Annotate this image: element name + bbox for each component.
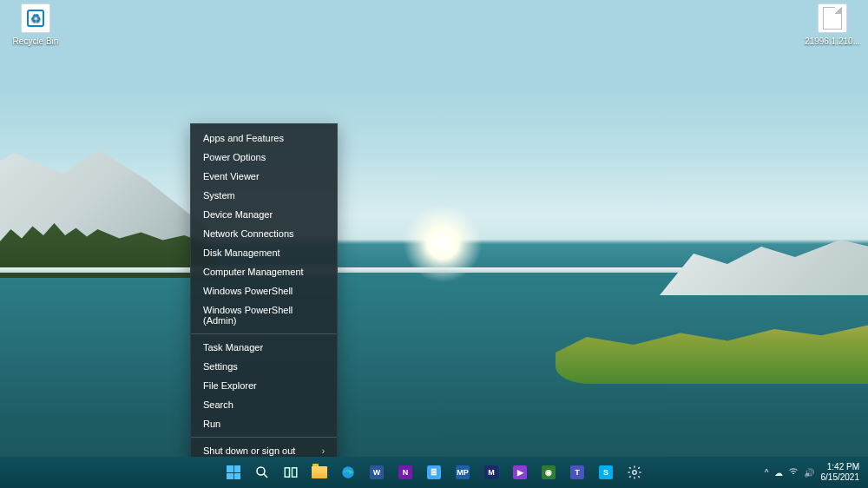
desktop[interactable]: Recycle Bin 21996.1.210... Apps and Feat… — [0, 0, 868, 488]
recycle-bin-icon — [21, 3, 50, 33]
desktop-icon-file[interactable]: 21996.1.210... — [800, 3, 865, 46]
winx-item-system[interactable]: System — [191, 186, 337, 205]
globe-app-icon: ◉ — [542, 465, 556, 479]
system-tray: ^ ☁ 🔊 — [765, 466, 814, 478]
winx-item-task-manager[interactable]: Task Manager — [191, 338, 337, 357]
winx-item-label: Search — [203, 399, 233, 410]
winx-item-label: Event Viewer — [203, 171, 260, 181]
clock-time: 1:42 PM — [821, 462, 860, 472]
taskbar-teams[interactable]: T — [565, 460, 589, 485]
taskbar-mixer[interactable]: M — [479, 460, 503, 485]
skype-icon: S — [599, 465, 613, 479]
desktop-icon-label: Recycle Bin — [3, 36, 68, 46]
winx-item-label: Settings — [203, 361, 238, 372]
taskbar-center: WN≣MPM▶◉TS — [221, 460, 647, 485]
winx-item-label: Computer Management — [203, 267, 304, 277]
wallpaper-mountain-right — [660, 226, 868, 295]
svg-point-5 — [633, 471, 637, 475]
volume-icon[interactable]: 🔊 — [804, 468, 814, 478]
taskbar-globe-app[interactable]: ◉ — [536, 460, 561, 485]
winx-item-computer-management[interactable]: Computer Management — [191, 262, 337, 281]
mixer-icon: M — [484, 465, 498, 479]
gear-icon — [627, 465, 642, 480]
winx-item-label: Device Manager — [203, 209, 273, 220]
onedrive-icon[interactable]: ☁ — [774, 468, 783, 478]
word-icon: W — [370, 465, 384, 479]
menu-separator — [191, 333, 337, 334]
taskbar-edge[interactable] — [336, 460, 360, 485]
winx-item-label: Disk Management — [203, 247, 280, 258]
task-view-icon — [283, 465, 299, 480]
clock-date: 6/15/2021 — [821, 472, 860, 483]
winx-item-label: Network Connections — [203, 228, 294, 239]
winx-item-device-manager[interactable]: Device Manager — [191, 205, 337, 224]
mp-app-icon: MP — [456, 465, 470, 479]
winx-item-label: Shut down or sign out — [203, 445, 295, 456]
network-icon[interactable] — [788, 466, 799, 478]
svg-point-0 — [257, 467, 265, 475]
teams-icon: T — [570, 465, 584, 479]
winx-item-apps-and-features[interactable]: Apps and Features — [191, 129, 337, 148]
wallpaper-grass — [556, 306, 868, 384]
taskbar-notepad[interactable]: ≣ — [422, 460, 446, 485]
winx-item-label: Windows PowerShell — [203, 286, 293, 296]
search-icon — [254, 465, 270, 480]
chevron-right-icon: › — [322, 446, 325, 456]
winx-item-settings[interactable]: Settings — [191, 357, 337, 376]
winx-item-label: Power Options — [203, 152, 266, 162]
winx-item-windows-powershell-admin-[interactable]: Windows PowerShell (Admin) — [191, 300, 337, 330]
notepad-icon: ≣ — [427, 465, 441, 479]
taskbar-task-view[interactable] — [279, 460, 303, 485]
taskbar-right: ^ ☁ 🔊 1:42 PM 6/15/2021 — [765, 462, 863, 483]
taskbar-clock[interactable]: 1:42 PM 6/15/2021 — [821, 462, 864, 483]
winx-item-windows-powershell[interactable]: Windows PowerShell — [191, 281, 337, 300]
tray-chevron-icon[interactable]: ^ — [765, 468, 769, 478]
winx-item-label: Task Manager — [203, 342, 263, 353]
taskbar-word[interactable]: W — [365, 460, 389, 485]
winx-item-label: Apps and Features — [203, 133, 284, 143]
winx-item-label: Run — [203, 419, 220, 429]
desktop-icon-recycle-bin[interactable]: Recycle Bin — [3, 3, 68, 46]
taskbar-skype[interactable]: S — [594, 460, 618, 485]
taskbar-search[interactable] — [250, 460, 274, 485]
winx-item-power-options[interactable]: Power Options — [191, 148, 337, 167]
taskbar-media[interactable]: ▶ — [508, 460, 532, 485]
desktop-icon-label: 21996.1.210... — [800, 36, 865, 46]
taskbar-start[interactable] — [221, 460, 246, 485]
winx-context-menu: Apps and FeaturesPower OptionsEvent View… — [190, 123, 338, 485]
svg-line-1 — [264, 474, 267, 478]
taskbar-mp-app[interactable]: MP — [450, 460, 475, 485]
winx-item-search[interactable]: Search — [191, 395, 337, 414]
taskbar-onenote[interactable]: N — [393, 460, 418, 485]
winx-item-event-viewer[interactable]: Event Viewer — [191, 167, 337, 186]
winx-item-label: Windows PowerShell (Admin) — [203, 305, 325, 326]
winx-item-file-explorer[interactable]: File Explorer — [191, 376, 337, 395]
windows-logo-icon — [227, 465, 240, 479]
taskbar-settings[interactable] — [622, 460, 647, 485]
file-icon — [818, 3, 847, 33]
svg-rect-3 — [293, 468, 297, 478]
menu-separator — [191, 437, 337, 438]
winx-item-label: System — [203, 190, 235, 201]
edge-icon — [340, 465, 356, 480]
winx-item-disk-management[interactable]: Disk Management — [191, 243, 337, 262]
taskbar: WN≣MPM▶◉TS ^ ☁ 🔊 1:42 PM 6/15/2021 — [0, 457, 868, 488]
taskbar-file-explorer[interactable] — [307, 460, 332, 485]
media-icon: ▶ — [513, 465, 527, 479]
onenote-icon: N — [398, 465, 412, 479]
folder-icon — [312, 466, 327, 478]
svg-rect-2 — [285, 468, 289, 478]
winx-item-run[interactable]: Run — [191, 414, 337, 433]
winx-item-network-connections[interactable]: Network Connections — [191, 224, 337, 243]
winx-item-label: File Explorer — [203, 380, 257, 391]
